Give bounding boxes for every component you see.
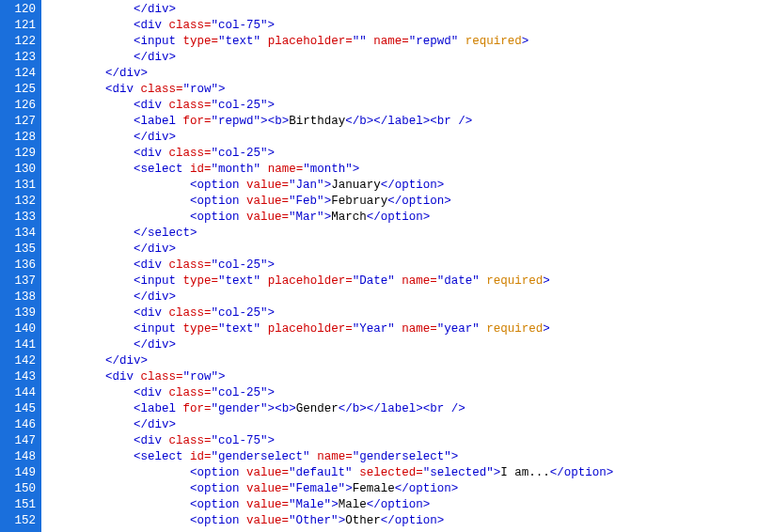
code-token-str: "col-25" (212, 386, 268, 399)
line-number: 136 (9, 258, 36, 274)
code-line[interactable]: <option value="default" selected="select… (49, 465, 773, 481)
code-token-str: "month" (303, 163, 353, 176)
code-line[interactable]: <option value="Male">Male</option> (49, 497, 773, 513)
code-line[interactable]: </div> (49, 353, 773, 369)
code-line[interactable]: </div> (49, 242, 773, 258)
code-token-str: "row" (183, 370, 219, 383)
line-number: 129 (9, 146, 36, 162)
code-token-eq: = (345, 274, 353, 288)
code-token-attr: value (246, 482, 282, 495)
code-token-text (162, 306, 169, 320)
code-line[interactable]: <option value="Other">Other</option> (49, 513, 773, 529)
code-token-kw: required (465, 35, 522, 48)
code-token-attr: name (268, 163, 296, 176)
code-token-tag: div (141, 147, 163, 160)
line-number: 141 (9, 337, 36, 353)
code-line[interactable]: </div> (49, 66, 773, 82)
code-token-tag: label (141, 115, 177, 128)
code-token-attr: type (183, 274, 212, 288)
code-line[interactable]: </div> (49, 417, 773, 433)
code-line[interactable]: <input type="text" placeholder="Year" na… (49, 321, 773, 337)
code-token-punct: < (134, 450, 141, 463)
code-editor-content[interactable]: </div> <div class="col-75"> <input type=… (41, 0, 773, 532)
code-token-punct: > (607, 466, 614, 479)
code-token-str: "year" (437, 322, 480, 336)
code-token-punct: > (268, 147, 276, 160)
code-token-punct: > (268, 402, 276, 415)
code-line[interactable]: </div> (49, 130, 773, 146)
code-token-punct: > (141, 354, 149, 368)
code-token-punct: > (268, 386, 276, 399)
line-number: 130 (9, 162, 36, 178)
code-line[interactable]: <div class="col-25"> (49, 385, 773, 401)
code-token-tag: b (275, 115, 282, 128)
code-token-text (240, 514, 247, 527)
code-token-text (353, 466, 360, 479)
code-token-attr: selected (359, 466, 416, 479)
code-line[interactable]: <option value="Feb">February</option> (49, 194, 773, 210)
line-number: 126 (9, 98, 36, 114)
code-line[interactable]: </div> (49, 337, 773, 353)
code-token-eq: = (204, 434, 212, 447)
code-line[interactable]: <div class="row"> (49, 369, 773, 385)
code-token-punct: < (190, 514, 197, 527)
line-number: 120 (9, 2, 36, 18)
code-token-punct: > (437, 514, 445, 527)
code-line[interactable]: <div class="col-75"> (49, 433, 773, 449)
code-line[interactable]: <select id="genderselect" name="genderse… (49, 449, 773, 465)
code-token-attr: value (246, 514, 282, 527)
code-token-punct: </ (134, 418, 148, 431)
code-token-eq: = (204, 402, 212, 415)
code-token-punct: > (218, 370, 226, 383)
code-token-eq: = (204, 306, 212, 320)
code-line[interactable]: <label for="repwd"><b>Birthday</b></labe… (49, 114, 773, 130)
code-token-text: January (331, 179, 381, 192)
code-line[interactable]: <label for="gender"><b>Gender</b></label… (49, 401, 773, 417)
code-token-tag: div (141, 306, 163, 320)
code-line[interactable]: </div> (49, 289, 773, 305)
code-token-tag: option (197, 466, 240, 479)
code-token-punct: </ (105, 67, 119, 80)
code-line[interactable]: <option value="Female">Female</option> (49, 481, 773, 497)
code-line[interactable]: <input type="text" placeholder="" name="… (49, 34, 773, 50)
code-token-eq: = (430, 322, 437, 336)
code-token-punct: > (324, 195, 332, 208)
code-line[interactable]: <div class="row"> (49, 82, 773, 98)
code-token-punct: < (190, 466, 197, 479)
code-line[interactable]: </div> (49, 50, 773, 66)
code-line[interactable]: <div class="col-25"> (49, 146, 773, 162)
code-line[interactable]: <div class="col-75"> (49, 18, 773, 34)
code-token-punct: > (522, 35, 529, 48)
code-token-eq: = (282, 195, 290, 208)
code-token-tag: div (113, 370, 134, 383)
code-token-eq: = (282, 211, 290, 224)
code-token-attr: name (402, 322, 430, 336)
code-token-text (162, 99, 169, 112)
code-token-punct: > (324, 179, 332, 192)
code-token-tag: input (141, 35, 177, 48)
code-line[interactable]: <select id="month" name="month"> (49, 162, 773, 178)
code-token-text: Female (353, 482, 395, 495)
code-token-tag: option (409, 482, 451, 495)
code-token-punct: > (289, 402, 296, 415)
code-line[interactable]: <option value="Jan">January</option> (49, 178, 773, 194)
code-line[interactable]: <div class="col-25"> (49, 258, 773, 274)
code-token-eq: = (204, 450, 212, 463)
code-token-str: "gender" (212, 402, 268, 415)
code-token-eq: = (282, 466, 290, 479)
code-line[interactable]: </div> (49, 2, 773, 18)
code-token-str: "default" (289, 466, 353, 479)
code-line[interactable]: <div class="col-25"> (49, 98, 773, 114)
line-number: 148 (9, 449, 36, 465)
code-line[interactable]: </select> (49, 226, 773, 242)
code-token-eq: = (212, 322, 219, 336)
code-line[interactable]: <option value="Mar">March</option> (49, 210, 773, 226)
code-token-attr: name (373, 35, 402, 48)
code-token-text (310, 450, 318, 463)
code-token-punct: > (543, 322, 550, 336)
code-line[interactable]: <input type="text" placeholder="Date" na… (49, 274, 773, 289)
code-token-eq: = (282, 482, 290, 495)
code-line[interactable]: <div class="col-25"> (49, 305, 773, 321)
code-token-str: "text" (218, 274, 260, 288)
code-token-eq: = (402, 35, 409, 48)
